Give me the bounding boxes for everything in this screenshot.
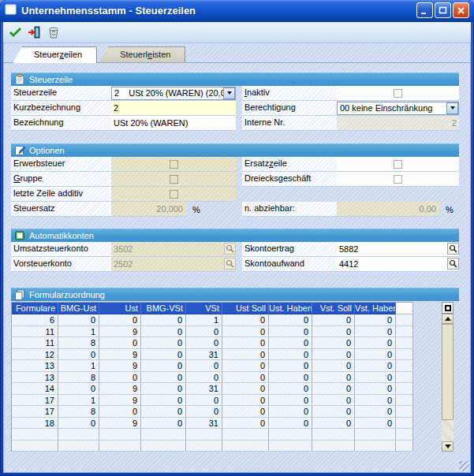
column-header-bmg-vst[interactable]: BMG-VSt: [141, 303, 186, 314]
minimize-icon: [420, 6, 429, 15]
grid-config-button[interactable]: [442, 302, 453, 314]
maximize-button[interactable]: [435, 2, 451, 18]
skontoaufwand-field: [337, 257, 459, 272]
table-cell: 0: [99, 337, 141, 349]
column-header-vst-haben[interactable]: Vst. Haben: [355, 303, 396, 314]
berechtigung-field: 00 keine Einschränkung: [337, 101, 459, 116]
inaktiv-checkbox[interactable]: [394, 89, 402, 98]
table-cell: 0: [222, 418, 269, 430]
ledger-book-icon: [14, 230, 25, 241]
tab-steuerzeilen[interactable]: Steuerzeilen: [13, 46, 97, 63]
table-cell: [99, 441, 141, 452]
abziehbar-value: 0,00: [337, 202, 439, 217]
skontoaufwand-input[interactable]: [337, 257, 459, 271]
table-cell: [186, 441, 222, 452]
exit-button[interactable]: [25, 24, 44, 41]
table-cell: [355, 441, 396, 452]
table-cell: 0: [312, 314, 355, 326]
column-header-ust-haben[interactable]: Ust. Haben: [269, 303, 312, 314]
table-cell: [396, 429, 413, 441]
table-cell: 14: [12, 383, 58, 395]
close-button[interactable]: [453, 2, 469, 18]
table-cell: [312, 429, 355, 441]
bezeichnung-input[interactable]: [111, 116, 236, 130]
berechtigung-value: 00 keine Einschränkung: [338, 103, 446, 113]
umsatzsteuerkonto-lookup-button: [224, 243, 236, 255]
column-header-bmg-ust[interactable]: BMG-Ust: [58, 303, 99, 314]
table-row[interactable]: 600010000: [12, 314, 413, 326]
column-header-vst-soll[interactable]: Vst. Soll: [312, 303, 355, 314]
table-row[interactable]: 12090310000: [12, 349, 413, 361]
column-header-vst[interactable]: VSt: [186, 303, 222, 314]
table-cell: 0: [141, 406, 186, 418]
section-steuerzeile-header: Steuerzeile: [11, 73, 459, 86]
table-cell: 0: [312, 406, 355, 418]
table-row[interactable]: 1380000000: [12, 372, 413, 384]
letzte-zeile-field: [111, 187, 236, 202]
table-cell: 0: [141, 395, 186, 407]
table-cell: 31: [186, 383, 222, 395]
column-header-ust[interactable]: Ust: [99, 303, 141, 314]
maximize-icon: [439, 6, 447, 15]
table-row[interactable]: 18090310000: [12, 418, 413, 430]
minimize-button[interactable]: [416, 2, 433, 18]
confirm-button[interactable]: [6, 24, 25, 41]
dreiecksgeschaeft-label: Dreiecksgeschäft: [242, 172, 337, 187]
scrollbar-thumb[interactable]: [442, 324, 453, 420]
table-cell: 0: [222, 406, 269, 418]
kurzbezeichnung-input[interactable]: [111, 101, 236, 115]
table-row[interactable]: 1180000000: [12, 337, 413, 349]
skontoaufwand-lookup-button[interactable]: [447, 258, 459, 270]
table-row[interactable]: [12, 429, 413, 441]
steuerzeile-dropdown-button[interactable]: [223, 87, 235, 99]
scrollbar-track[interactable]: [442, 420, 453, 441]
table-cell: 0: [355, 326, 396, 338]
tab-label-part: isten: [152, 50, 170, 59]
table-cell: 13: [12, 372, 58, 384]
formular-table-area: FormulareBMG-UstUstBMG-VStVStUst SollUst…: [11, 302, 459, 452]
inaktiv-label: Inaktiv: [242, 86, 337, 101]
letzte-zeile-label: letzte Zeile additiv: [11, 187, 111, 202]
chevron-down-icon: [227, 91, 232, 95]
scroll-up-button[interactable]: [442, 314, 453, 324]
resize-grip[interactable]: [459, 461, 469, 471]
column-header-formulare[interactable]: Formulare: [12, 303, 58, 314]
section-title: Automatikkonten: [29, 231, 94, 240]
title-bar[interactable]: Unternehmensstamm - Steuerzeilen: [0, 0, 474, 22]
table-row[interactable]: 1319000000: [12, 360, 413, 372]
table-cell: 6: [12, 314, 58, 326]
steuerzeile-dropdown[interactable]: 2 USt 20% (WAREN) (20,0: [111, 87, 236, 100]
delete-button[interactable]: [44, 24, 63, 41]
berechtigung-dropdown-button[interactable]: [446, 102, 458, 114]
table-row[interactable]: 1719000000: [12, 395, 413, 407]
table-cell: [396, 314, 413, 326]
table-cell: [396, 372, 413, 384]
table-cell: 0: [312, 395, 355, 407]
skontoertrag-lookup-button[interactable]: [447, 243, 459, 255]
section-optionen: Optionen Erwerbsteuer Ersatzzeile Gruppe: [11, 143, 459, 217]
table-cell: [222, 441, 269, 452]
steuersatz-value: 20,000: [111, 202, 186, 217]
table-cell: [396, 337, 413, 349]
table-row[interactable]: 1780000000: [12, 406, 413, 418]
dreiecksgeschaeft-checkbox[interactable]: [394, 175, 402, 184]
scroll-down-button[interactable]: [442, 441, 453, 452]
table-cell: 9: [99, 418, 141, 430]
column-header-ust-soll[interactable]: Ust Soll: [222, 303, 269, 314]
tab-steuerleisten[interactable]: Steuerleisten: [99, 46, 185, 62]
formular-table: FormulareBMG-UstUstBMG-VStVStUst SollUst…: [11, 302, 413, 452]
tab-label-part: Steuerl: [120, 50, 147, 59]
table-cell: 0: [186, 326, 222, 338]
vorsteuerkonto-label: Vorsteuerkonto: [11, 257, 111, 272]
table-cell: [396, 360, 413, 372]
table-cell: 8: [58, 372, 99, 384]
inaktiv-field: [337, 86, 459, 101]
table-row[interactable]: [12, 441, 413, 452]
steuerzeile-field: 2 USt 20% (WAREN) (20,0: [111, 86, 236, 101]
table-cell: 0: [222, 314, 269, 326]
berechtigung-dropdown[interactable]: 00 keine Einschränkung: [337, 102, 459, 115]
skontoertrag-input[interactable]: [337, 242, 459, 256]
table-row[interactable]: 1119000000: [12, 326, 413, 338]
ersatzzeile-checkbox[interactable]: [394, 160, 402, 169]
table-row[interactable]: 14090310000: [12, 383, 413, 395]
